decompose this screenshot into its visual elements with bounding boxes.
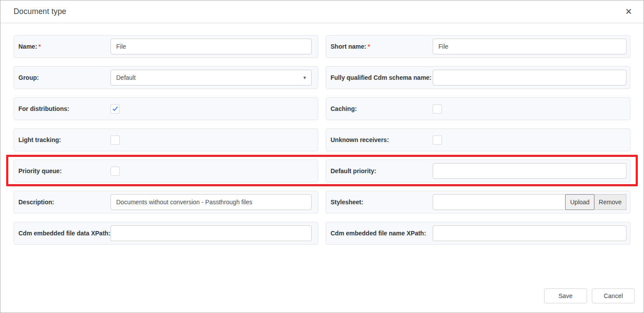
name-input[interactable] <box>110 39 312 54</box>
dropdown-caret-icon: ▾ <box>303 75 306 80</box>
cdm-file-name-xpath-label: Cdm embedded file name XPath: <box>331 230 433 237</box>
save-button[interactable]: Save <box>544 288 587 303</box>
group-select-value: Default <box>116 74 303 81</box>
for-distributions-control <box>110 104 312 114</box>
description-label: Description: <box>18 199 110 206</box>
field-row-stylesheet: Stylesheet: Upload Remove <box>326 191 630 213</box>
field-row-caching: Caching: <box>326 97 630 120</box>
checkmark-icon <box>112 105 117 111</box>
cdm-file-data-xpath-label: Cdm embedded file data XPath: <box>18 230 110 237</box>
cdm-schema-name-input[interactable] <box>433 70 626 85</box>
stylesheet-label: Stylesheet: <box>331 199 433 206</box>
dialog-body: Name:* Short name:* Group: Default <box>0 23 644 245</box>
field-row-cdm-file-data-xpath: Cdm embedded file data XPath: <box>14 222 318 245</box>
cdm-file-data-xpath-input[interactable] <box>110 225 312 241</box>
document-type-dialog: Document type ✕ Name:* Short name:* Grou… <box>0 0 644 313</box>
field-row-default-priority: Default priority: <box>326 160 630 182</box>
name-control <box>110 39 312 54</box>
dialog-header: Document type ✕ <box>0 0 644 23</box>
field-row-short-name: Short name:* <box>326 35 630 58</box>
caching-label: Caching: <box>331 105 433 112</box>
short-name-input[interactable] <box>433 39 626 54</box>
group-select[interactable]: Default ▾ <box>110 70 312 85</box>
field-row-cdm-schema-name: Fully qualified Cdm schema name: <box>326 66 630 89</box>
short-name-control <box>433 39 626 54</box>
cdm-file-data-xpath-control <box>110 225 312 241</box>
cdm-schema-name-control <box>433 70 626 85</box>
priority-queue-control <box>110 167 312 176</box>
description-input[interactable] <box>110 194 312 210</box>
priority-queue-label: Priority queue: <box>18 167 110 174</box>
stylesheet-buttons: Upload Remove <box>565 194 626 210</box>
field-row-unknown-receivers: Unknown receivers: <box>326 128 630 151</box>
unknown-receivers-label: Unknown receivers: <box>331 136 433 143</box>
unknown-receivers-control <box>433 135 626 145</box>
remove-button[interactable]: Remove <box>594 194 626 210</box>
default-priority-label: Default priority: <box>331 167 433 174</box>
for-distributions-checkbox[interactable] <box>110 104 120 114</box>
unknown-receivers-checkbox[interactable] <box>433 135 442 145</box>
light-tracking-control <box>110 135 312 145</box>
cdm-file-name-xpath-input[interactable] <box>433 225 626 241</box>
priority-queue-checkbox[interactable] <box>110 167 120 176</box>
required-asterisk: * <box>368 43 370 50</box>
light-tracking-label: Light tracking: <box>18 136 110 143</box>
dialog-footer: Save Cancel <box>544 288 635 303</box>
group-control: Default ▾ <box>110 70 312 85</box>
field-row-name: Name:* <box>14 35 318 58</box>
name-label: Name:* <box>18 43 110 50</box>
field-row-group: Group: Default ▾ <box>14 66 318 89</box>
default-priority-input[interactable] <box>433 163 626 179</box>
default-priority-control <box>433 163 626 179</box>
field-row-for-distributions: For distributions: <box>14 97 318 120</box>
field-row-cdm-file-name-xpath: Cdm embedded file name XPath: <box>326 222 630 245</box>
close-icon[interactable]: ✕ <box>623 6 634 18</box>
dialog-title: Document type <box>14 7 623 16</box>
field-row-light-tracking: Light tracking: <box>14 128 318 151</box>
description-control <box>110 194 312 210</box>
short-name-label: Short name:* <box>331 43 433 50</box>
cdm-file-name-xpath-control <box>433 225 626 241</box>
caching-control <box>433 104 626 114</box>
field-row-description: Description: <box>14 191 318 213</box>
group-label: Group: <box>18 74 110 81</box>
cdm-schema-name-label: Fully qualified Cdm schema name: <box>331 74 433 81</box>
for-distributions-label: For distributions: <box>18 105 110 112</box>
required-asterisk: * <box>39 43 41 50</box>
stylesheet-control: Upload Remove <box>433 194 626 210</box>
light-tracking-checkbox[interactable] <box>110 135 120 145</box>
upload-button[interactable]: Upload <box>565 194 594 210</box>
cancel-button[interactable]: Cancel <box>592 288 635 303</box>
caching-checkbox[interactable] <box>433 104 442 114</box>
field-row-priority-queue: Priority queue: <box>14 160 318 182</box>
